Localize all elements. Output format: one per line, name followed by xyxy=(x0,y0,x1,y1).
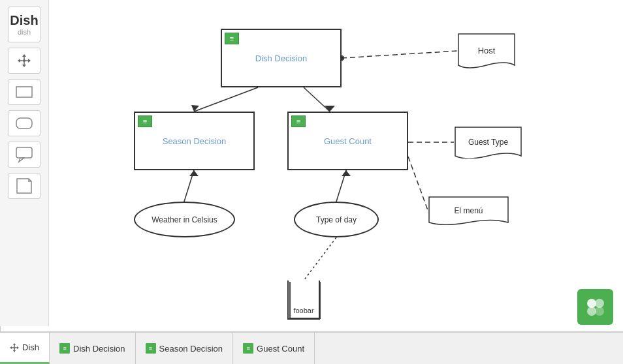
host-node[interactable]: Host xyxy=(457,33,516,68)
svg-marker-31 xyxy=(13,343,16,345)
svg-marker-2 xyxy=(22,54,26,57)
svg-rect-9 xyxy=(16,147,32,158)
foobar-node[interactable]: foobar xyxy=(287,281,320,320)
tab-season-decision-label: Season Decision xyxy=(159,344,223,354)
rectangle-tool[interactable] xyxy=(8,79,40,105)
tab-season-decision-icon: ≡ xyxy=(146,343,156,354)
svg-line-19 xyxy=(408,157,428,210)
canvas: Dish Decision Season Decision Guest Coun… xyxy=(49,0,623,331)
tab-dish-label: Dish xyxy=(22,342,39,352)
tab-guest-count[interactable]: ≡ Guest Count xyxy=(233,333,315,364)
move-icon xyxy=(17,53,31,68)
dish-decision-label: Dish Decision xyxy=(252,50,310,67)
tab-season-decision[interactable]: ≡ Season Decision xyxy=(136,333,234,364)
svg-marker-32 xyxy=(13,350,16,352)
season-decision-node[interactable]: Season Decision xyxy=(134,112,255,170)
rectangle-icon xyxy=(15,85,33,99)
dish-sub: dish xyxy=(18,28,31,36)
svg-marker-3 xyxy=(22,65,26,67)
svg-line-20 xyxy=(184,170,194,202)
svg-marker-33 xyxy=(10,346,12,349)
foobar-label: foobar xyxy=(293,307,313,314)
rounded-rect-tool[interactable] xyxy=(8,110,40,136)
svg-point-26 xyxy=(595,299,604,308)
svg-line-16 xyxy=(304,87,330,112)
tab-dish-decision-icon: ≡ xyxy=(59,343,70,354)
el-menu-label: El menú xyxy=(454,206,483,215)
guest-count-header xyxy=(291,115,306,127)
svg-marker-34 xyxy=(17,346,19,349)
el-menu-node[interactable]: El menú xyxy=(428,196,509,225)
logo xyxy=(577,289,613,325)
weather-label: Weather in Celsius xyxy=(152,215,217,224)
type-of-day-label: Type of day xyxy=(316,215,357,224)
svg-point-25 xyxy=(587,299,596,308)
svg-point-27 xyxy=(587,307,596,316)
weather-node[interactable]: Weather in Celsius xyxy=(134,202,235,237)
canvas-area[interactable]: Dish Decision Season Decision Guest Coun… xyxy=(49,0,623,331)
svg-line-24 xyxy=(304,237,336,281)
svg-line-12 xyxy=(342,51,457,58)
season-decision-label: Season Decision xyxy=(159,133,230,149)
svg-point-28 xyxy=(595,307,604,316)
svg-line-22 xyxy=(336,170,346,202)
svg-marker-21 xyxy=(189,170,199,176)
tab-guest-count-icon: ≡ xyxy=(243,343,253,354)
callout-icon xyxy=(15,146,33,163)
svg-marker-15 xyxy=(191,105,199,112)
tab-dish-icon xyxy=(10,343,19,352)
tab-dish[interactable]: Dish xyxy=(0,333,50,364)
note-tool[interactable] xyxy=(8,173,40,199)
tab-guest-count-label: Guest Count xyxy=(257,344,304,354)
guest-type-label: Guest Type xyxy=(468,138,508,147)
left-toolbar: Dish dish xyxy=(0,0,49,326)
type-of-day-node[interactable]: Type of day xyxy=(294,202,379,237)
dish-decision-node[interactable]: Dish Decision xyxy=(221,29,342,87)
rounded-rect-icon xyxy=(15,116,33,130)
callout-tool[interactable] xyxy=(8,142,40,168)
svg-marker-17 xyxy=(325,106,335,112)
guest-count-label: Guest Count xyxy=(321,133,375,149)
tab-dish-decision[interactable]: ≡ Dish Decision xyxy=(50,333,135,364)
svg-marker-4 xyxy=(18,59,20,63)
svg-marker-10 xyxy=(19,158,24,162)
dish-decision-header xyxy=(225,33,239,44)
svg-rect-7 xyxy=(16,87,32,97)
svg-point-6 xyxy=(23,59,25,62)
guest-count-node[interactable]: Guest Count xyxy=(287,112,408,170)
host-label: Host xyxy=(478,46,496,55)
bottom-tabs: Dish ≡ Dish Decision ≡ Season Decision ≡… xyxy=(0,331,623,364)
guest-type-node[interactable]: Guest Type xyxy=(454,126,522,159)
logo-icon xyxy=(583,294,609,320)
svg-marker-23 xyxy=(342,170,351,176)
svg-rect-8 xyxy=(16,118,32,129)
move-tool[interactable] xyxy=(8,48,40,74)
svg-line-14 xyxy=(194,87,258,112)
tab-dish-decision-label: Dish Decision xyxy=(73,344,125,354)
dish-tool[interactable]: Dish dish xyxy=(8,7,40,42)
svg-marker-5 xyxy=(28,59,31,63)
app: Dish dish xyxy=(0,0,623,364)
season-decision-header xyxy=(138,115,152,127)
note-icon xyxy=(16,177,33,194)
dish-label: Dish xyxy=(10,13,38,28)
